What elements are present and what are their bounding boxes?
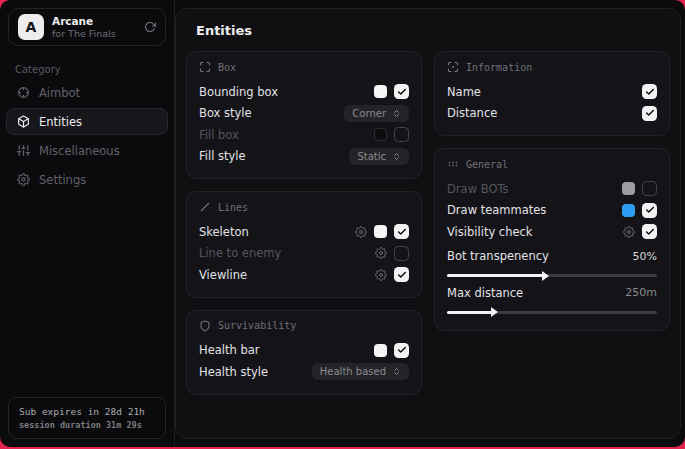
slider-thumb[interactable] [491, 307, 498, 317]
max-distance-group: Max distance 250m [447, 282, 657, 314]
health-bar-checkbox[interactable] [394, 343, 409, 358]
gear-icon [17, 173, 30, 186]
viewline-checkbox[interactable] [394, 267, 409, 282]
distance-checkbox[interactable] [642, 106, 657, 121]
row-draw-bots: Draw BOTs [447, 178, 657, 200]
row-label: Draw teammates [447, 203, 546, 217]
max-distance-value: 250m [625, 286, 657, 299]
row-health-style: Health style Health based [199, 361, 409, 383]
line-to-enemy-settings-gear-icon[interactable] [375, 247, 387, 259]
select-value: Static [357, 151, 386, 162]
fill-style-select[interactable]: Static [349, 148, 409, 165]
row-label: Health bar [199, 343, 260, 357]
row-label: Distance [447, 106, 497, 120]
row-viewline: Viewline [199, 264, 409, 286]
left-column: Box Bounding box Box style [186, 51, 422, 395]
row-box-style: Box style Corner [199, 103, 409, 125]
row-label: Health style [199, 365, 268, 379]
select-value: Corner [352, 108, 386, 119]
row-label: Fill box [199, 128, 239, 142]
skeleton-checkbox[interactable] [394, 224, 409, 239]
category-label: Category [15, 64, 174, 75]
sidebar-item-label: Entities [39, 115, 82, 129]
row-health-bar: Health bar [199, 340, 409, 362]
sidebar-item-label: Aimbot [39, 86, 80, 100]
info-icon [447, 61, 459, 73]
slider-thumb[interactable] [542, 271, 549, 281]
bounding-box-color-swatch[interactable] [374, 85, 387, 98]
skeleton-settings-gear-icon[interactable] [355, 226, 367, 238]
app-window: A Arcane for The Finals Category Aimbot … [0, 0, 685, 447]
health-style-select[interactable]: Health based [312, 363, 409, 380]
name-checkbox[interactable] [642, 84, 657, 99]
cube-icon [17, 115, 30, 128]
information-card: Information Name Distance [434, 51, 670, 136]
draw-bots-checkbox[interactable] [642, 181, 657, 196]
check-icon [645, 205, 655, 215]
box-style-select[interactable]: Corner [344, 105, 409, 122]
crosshair-icon [17, 86, 30, 99]
check-icon [645, 227, 655, 237]
row-bounding-box: Bounding box [199, 81, 409, 103]
max-distance-slider[interactable] [447, 311, 657, 314]
card-title: General [466, 159, 508, 170]
row-bot-transparency: Bot transpenency 50% [447, 246, 657, 268]
row-draw-teammates: Draw teammates [447, 200, 657, 222]
page-title: Entities [196, 23, 670, 38]
diagonal-line-icon [199, 201, 211, 213]
sliders-icon [17, 144, 30, 157]
sidebar-item-aimbot[interactable]: Aimbot [6, 79, 168, 106]
sidebar: A Arcane for The Finals Category Aimbot … [0, 0, 175, 447]
visibility-check-checkbox[interactable] [642, 224, 657, 239]
draw-teammates-checkbox[interactable] [642, 203, 657, 218]
card-title: Lines [218, 202, 248, 213]
select-value: Health based [320, 366, 386, 377]
survivability-card: Survivability Health bar Health style [186, 310, 422, 395]
row-label: Box style [199, 106, 252, 120]
fill-box-color-swatch[interactable] [374, 128, 387, 141]
bounding-box-checkbox[interactable] [394, 84, 409, 99]
sub-expiry-text: Sub expires in 28d 21h [19, 406, 155, 417]
bot-transparency-slider[interactable] [447, 274, 657, 277]
app-name: Arcane [52, 15, 116, 28]
row-label: Skeleton [199, 225, 249, 239]
line-to-enemy-checkbox[interactable] [394, 246, 409, 261]
general-card: General Draw BOTs Draw teammates [434, 148, 670, 331]
row-label: Viewline [199, 268, 247, 282]
row-visibility-check: Visibility check [447, 221, 657, 243]
sidebar-item-settings[interactable]: Settings [6, 166, 168, 193]
bot-transparency-value: 50% [633, 250, 657, 263]
visibility-settings-gear-icon[interactable] [623, 226, 635, 238]
row-label: Fill style [199, 149, 246, 163]
skeleton-color-swatch[interactable] [374, 225, 387, 238]
lines-card: Lines Skeleton Line to enemy [186, 191, 422, 298]
sidebar-item-miscellaneous[interactable]: Miscellaneous [6, 137, 168, 164]
check-icon [645, 87, 655, 97]
row-label: Line to enemy [199, 246, 281, 260]
chevron-updown-icon [392, 109, 401, 118]
fill-box-checkbox[interactable] [394, 127, 409, 142]
right-column: Information Name Distance [434, 51, 670, 395]
row-line-to-enemy: Line to enemy [199, 243, 409, 265]
health-bar-color-swatch[interactable] [374, 344, 387, 357]
row-label: Visibility check [447, 225, 533, 239]
row-label: Bounding box [199, 85, 278, 99]
row-label: Name [447, 85, 481, 99]
row-max-distance: Max distance 250m [447, 282, 657, 304]
card-title: Box [218, 62, 236, 73]
draw-teammates-color-swatch[interactable] [622, 204, 635, 217]
sidebar-item-label: Settings [39, 173, 86, 187]
card-title: Information [466, 62, 532, 73]
row-label: Bot transpenency [447, 249, 549, 263]
draw-bots-color-swatch[interactable] [622, 182, 635, 195]
viewline-settings-gear-icon[interactable] [375, 269, 387, 281]
check-icon [645, 108, 655, 118]
app-subtitle: for The Finals [52, 28, 116, 39]
subscription-status-card: Sub expires in 28d 21h session duration … [8, 397, 166, 439]
refresh-icon[interactable] [144, 21, 156, 33]
sidebar-item-entities[interactable]: Entities [6, 108, 168, 135]
row-fill-box: Fill box [199, 124, 409, 146]
sidebar-item-label: Miscellaneous [39, 144, 120, 158]
row-label: Draw BOTs [447, 182, 509, 196]
main-area: Entities Box Bounding box [175, 0, 685, 447]
